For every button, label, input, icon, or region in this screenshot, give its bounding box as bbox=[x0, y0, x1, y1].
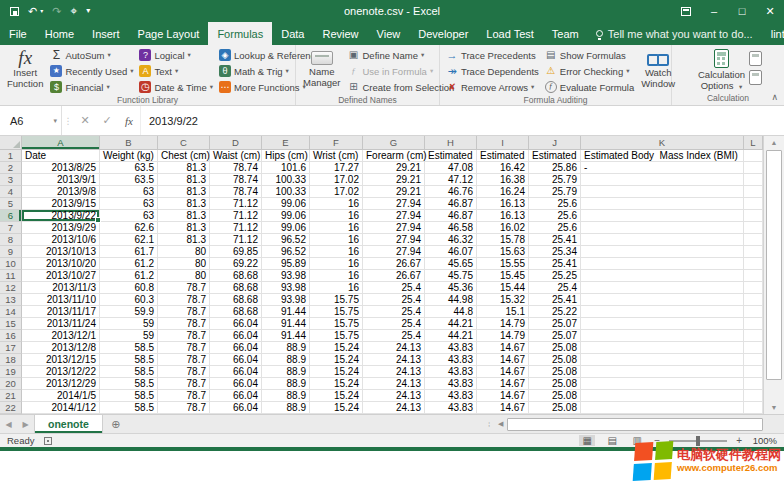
error-checking-button[interactable]: Error Checking▾ bbox=[542, 63, 637, 79]
calculation-options-button[interactable]: Calculation Options ▾ bbox=[694, 47, 749, 92]
cell-G15[interactable]: 25.4 bbox=[363, 318, 425, 330]
cell-D16[interactable]: 66.04 bbox=[210, 330, 262, 342]
cell-K22[interactable] bbox=[581, 402, 744, 414]
cell-B8[interactable]: 62.1 bbox=[100, 234, 158, 246]
cell-F1[interactable]: Wrist (cm) bbox=[310, 150, 363, 162]
cell-A15[interactable]: 2013/11/24 bbox=[22, 318, 100, 330]
row-header-16[interactable]: 16 bbox=[0, 330, 22, 342]
select-all-corner[interactable] bbox=[0, 136, 22, 150]
cell-C2[interactable]: 81.3 bbox=[158, 162, 210, 174]
cell-I12[interactable]: 15.44 bbox=[477, 282, 529, 294]
cell-G10[interactable]: 26.67 bbox=[363, 258, 425, 270]
cell-D18[interactable]: 66.04 bbox=[210, 354, 262, 366]
cell-F7[interactable]: 16 bbox=[310, 222, 363, 234]
cell-E19[interactable]: 88.9 bbox=[262, 366, 310, 378]
vertical-scrollbar[interactable]: ▲ ▼ bbox=[763, 136, 784, 414]
undo-dropdown-icon[interactable]: ▾ bbox=[40, 8, 43, 14]
row-header-3[interactable]: 3 bbox=[0, 174, 22, 186]
minimize-icon[interactable]: – bbox=[700, 0, 728, 22]
cell-B11[interactable]: 61.2 bbox=[100, 270, 158, 282]
cell-A5[interactable]: 2013/9/15 bbox=[22, 198, 100, 210]
cell-D6[interactable]: 71.12 bbox=[210, 210, 262, 222]
cell-J14[interactable]: 25.22 bbox=[529, 306, 581, 318]
cell-B15[interactable]: 59 bbox=[100, 318, 158, 330]
cell-A14[interactable]: 2013/11/17 bbox=[22, 306, 100, 318]
cell-I19[interactable]: 14.67 bbox=[477, 366, 529, 378]
cell-L22[interactable] bbox=[744, 402, 763, 414]
cell-I4[interactable]: 16.24 bbox=[477, 186, 529, 198]
cell-I2[interactable]: 16.42 bbox=[477, 162, 529, 174]
row-header-22[interactable]: 22 bbox=[0, 402, 22, 414]
cell-K12[interactable] bbox=[581, 282, 744, 294]
cell-F18[interactable]: 15.24 bbox=[310, 354, 363, 366]
cell-E11[interactable]: 93.98 bbox=[262, 270, 310, 282]
column-header-E[interactable]: E bbox=[262, 136, 310, 150]
cell-E21[interactable]: 88.9 bbox=[262, 390, 310, 402]
cell-D9[interactable]: 69.85 bbox=[210, 246, 262, 258]
cell-E3[interactable]: 100.33 bbox=[262, 174, 310, 186]
insert-function-button[interactable]: fx Insert Function bbox=[3, 47, 47, 89]
cell-J6[interactable]: 25.6 bbox=[529, 210, 581, 222]
cell-K19[interactable] bbox=[581, 366, 744, 378]
cell-B12[interactable]: 60.8 bbox=[100, 282, 158, 294]
cancel-entry-icon[interactable]: ✕ bbox=[74, 106, 96, 135]
trace-dependents-button[interactable]: Trace Dependents bbox=[443, 63, 542, 79]
scroll-down-icon[interactable]: ▼ bbox=[764, 401, 784, 414]
cell-E5[interactable]: 99.06 bbox=[262, 198, 310, 210]
cell-C9[interactable]: 80 bbox=[158, 246, 210, 258]
cell-L1[interactable] bbox=[744, 150, 763, 162]
cell-I3[interactable]: 16.38 bbox=[477, 174, 529, 186]
cell-E22[interactable]: 88.9 bbox=[262, 402, 310, 414]
normal-view-icon[interactable] bbox=[579, 435, 595, 446]
cell-I9[interactable]: 15.63 bbox=[477, 246, 529, 258]
row-header-20[interactable]: 20 bbox=[0, 378, 22, 390]
tab-formulas[interactable]: Formulas bbox=[208, 22, 272, 45]
cell-B3[interactable]: 63.5 bbox=[100, 174, 158, 186]
cell-F17[interactable]: 15.24 bbox=[310, 342, 363, 354]
cell-A18[interactable]: 2013/12/15 bbox=[22, 354, 100, 366]
cell-A10[interactable]: 2013/10/20 bbox=[22, 258, 100, 270]
cell-G17[interactable]: 24.13 bbox=[363, 342, 425, 354]
cell-C6[interactable]: 81.3 bbox=[158, 210, 210, 222]
cell-A13[interactable]: 2013/11/10 bbox=[22, 294, 100, 306]
tab-home[interactable]: Home bbox=[36, 22, 83, 45]
cell-L11[interactable] bbox=[744, 270, 763, 282]
cell-B7[interactable]: 62.6 bbox=[100, 222, 158, 234]
cell-F13[interactable]: 15.75 bbox=[310, 294, 363, 306]
cell-K8[interactable] bbox=[581, 234, 744, 246]
cell-A6[interactable]: 2013/9/22 bbox=[22, 210, 100, 222]
cell-L3[interactable] bbox=[744, 174, 763, 186]
cell-B2[interactable]: 63.5 bbox=[100, 162, 158, 174]
cell-F16[interactable]: 15.75 bbox=[310, 330, 363, 342]
cell-K14[interactable] bbox=[581, 306, 744, 318]
cell-F20[interactable]: 15.24 bbox=[310, 378, 363, 390]
cell-H16[interactable]: 44.21 bbox=[425, 330, 477, 342]
cell-J7[interactable]: 25.6 bbox=[529, 222, 581, 234]
cell-H15[interactable]: 44.21 bbox=[425, 318, 477, 330]
trace-precedents-button[interactable]: Trace Precedents bbox=[443, 47, 542, 63]
cell-I6[interactable]: 16.13 bbox=[477, 210, 529, 222]
cell-H12[interactable]: 45.36 bbox=[425, 282, 477, 294]
cell-H22[interactable]: 43.83 bbox=[425, 402, 477, 414]
row-header-13[interactable]: 13 bbox=[0, 294, 22, 306]
cell-G22[interactable]: 24.13 bbox=[363, 402, 425, 414]
cell-L19[interactable] bbox=[744, 366, 763, 378]
row-header-5[interactable]: 5 bbox=[0, 198, 22, 210]
cell-K1[interactable]: Estimated Body Mass Index (BMI) bbox=[581, 150, 744, 162]
cell-C18[interactable]: 78.7 bbox=[158, 354, 210, 366]
name-box[interactable]: A6 ▾ bbox=[0, 106, 62, 135]
cell-J15[interactable]: 25.07 bbox=[529, 318, 581, 330]
cell-G21[interactable]: 24.13 bbox=[363, 390, 425, 402]
cell-L17[interactable] bbox=[744, 342, 763, 354]
cell-K15[interactable] bbox=[581, 318, 744, 330]
cell-I18[interactable]: 14.67 bbox=[477, 354, 529, 366]
splitter-dots-icon[interactable]: ⁞ bbox=[488, 420, 491, 429]
column-header-C[interactable]: C bbox=[158, 136, 210, 150]
cell-D7[interactable]: 71.12 bbox=[210, 222, 262, 234]
recently-used-button[interactable]: Recently Used▾ bbox=[47, 63, 136, 79]
cell-B18[interactable]: 58.5 bbox=[100, 354, 158, 366]
cell-L13[interactable] bbox=[744, 294, 763, 306]
cell-C13[interactable]: 78.7 bbox=[158, 294, 210, 306]
cell-A2[interactable]: 2013/8/25 bbox=[22, 162, 100, 174]
customize-qat-icon[interactable] bbox=[86, 7, 90, 15]
